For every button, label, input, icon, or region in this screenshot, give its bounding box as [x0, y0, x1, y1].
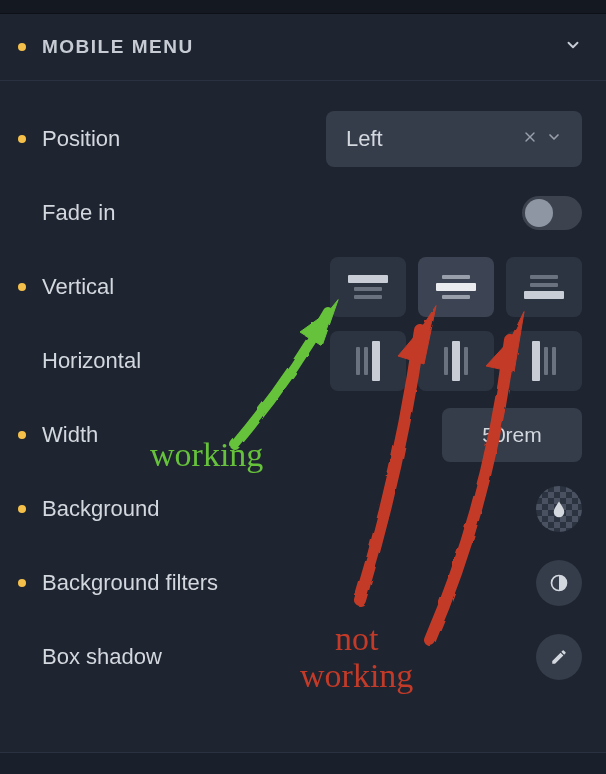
background-label: Background — [42, 496, 536, 522]
position-label: Position — [42, 126, 326, 152]
align-middle-button[interactable] — [418, 257, 494, 317]
width-value: 50rem — [482, 423, 542, 447]
horizontal-label: Horizontal — [42, 348, 330, 374]
position-value: Left — [346, 126, 518, 152]
align-middle-icon — [436, 275, 476, 299]
fade-in-label: Fade in — [42, 200, 522, 226]
pencil-icon — [550, 648, 568, 666]
bottom-strip — [0, 752, 606, 774]
toggle-knob — [525, 199, 553, 227]
fade-in-toggle[interactable] — [522, 196, 582, 230]
panel-title: Mobile Menu — [42, 36, 564, 58]
position-select[interactable]: Left — [326, 111, 582, 167]
width-label: Width — [42, 422, 442, 448]
box-shadow-label: Box shadow — [42, 644, 536, 670]
row-position: Position Left — [18, 107, 582, 171]
row-fade-in: Fade in — [18, 181, 582, 245]
align-center-button[interactable] — [418, 331, 494, 391]
row-background-filters: Background filters — [18, 551, 582, 615]
background-filters-button[interactable] — [536, 560, 582, 606]
align-bottom-button[interactable] — [506, 257, 582, 317]
align-bottom-icon — [524, 275, 564, 299]
modified-dot-icon — [18, 135, 26, 143]
modified-dot-icon — [18, 505, 26, 513]
vertical-align-group — [330, 257, 582, 317]
row-vertical: Vertical — [18, 255, 582, 319]
align-right-button[interactable] — [506, 331, 582, 391]
panel-body: Position Left Fade in Vertical — [0, 81, 606, 709]
modified-dot-icon — [18, 431, 26, 439]
chevron-down-icon[interactable] — [542, 129, 566, 149]
horizontal-align-group — [330, 331, 582, 391]
top-strip — [0, 0, 606, 14]
align-top-button[interactable] — [330, 257, 406, 317]
background-color-button[interactable] — [536, 486, 582, 532]
clear-icon[interactable] — [518, 129, 542, 149]
modified-dot-icon — [18, 579, 26, 587]
panel-header[interactable]: Mobile Menu — [0, 14, 606, 81]
contrast-icon — [549, 573, 569, 593]
modified-dot-icon — [18, 43, 26, 51]
spacer — [18, 653, 26, 661]
align-center-icon — [444, 341, 468, 381]
row-box-shadow: Box shadow — [18, 625, 582, 689]
align-left-icon — [356, 341, 380, 381]
chevron-down-icon — [564, 36, 582, 58]
row-horizontal: Horizontal — [18, 329, 582, 393]
align-right-icon — [532, 341, 556, 381]
align-left-button[interactable] — [330, 331, 406, 391]
vertical-label: Vertical — [42, 274, 330, 300]
row-width: Width 50rem — [18, 403, 582, 467]
background-filters-label: Background filters — [42, 570, 536, 596]
spacer — [18, 357, 26, 365]
align-top-icon — [348, 275, 388, 299]
modified-dot-icon — [18, 283, 26, 291]
width-input[interactable]: 50rem — [442, 408, 582, 462]
box-shadow-button[interactable] — [536, 634, 582, 680]
mobile-menu-panel: Mobile Menu Position Left Fade in — [0, 14, 606, 709]
droplet-icon — [550, 500, 568, 518]
spacer — [18, 209, 26, 217]
row-background: Background — [18, 477, 582, 541]
